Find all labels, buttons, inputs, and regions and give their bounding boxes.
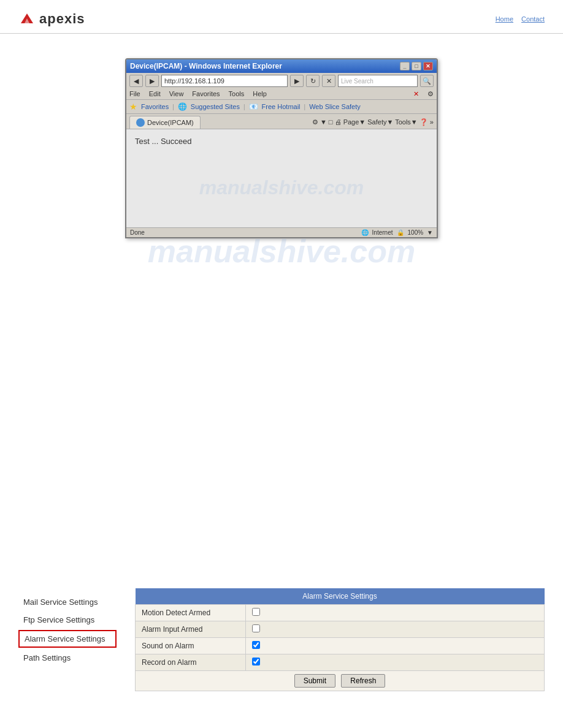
alarm-settings-table: Alarm Service Settings Motion Detect Arm… [135,588,545,691]
ie-menu-extra: ⚙ [427,90,434,98]
alarm-table-header: Alarm Service Settings [136,588,545,605]
home-link[interactable]: Home [496,15,513,23]
test-result-text: Test ... Succeed [135,137,192,146]
ie-window-controls: _ □ ✕ [400,62,433,70]
ie-menubar: File Edit View Favorites Tools Help ✕ ⚙ [126,89,437,100]
ie-statusbar: Done 🌐 Internet 🔒 100% ▼ [126,227,437,237]
ie-content-area: Test ... Succeed manualshive.com [126,129,437,227]
ie-menu-edit[interactable]: Edit [149,90,161,98]
ie-addressbar: ◀ ▶ http://192.168.1.109 ▶ ↻ ✕ Live Sear… [126,73,437,89]
contact-link[interactable]: Contact [521,15,545,23]
ie-go-button[interactable]: ▶ [290,75,304,87]
submit-button[interactable]: Submit [294,674,335,688]
ie-maximize-button[interactable]: □ [412,62,421,70]
ie-zoom-text: 100% [408,229,424,236]
toolbar-sep3: | [304,104,306,110]
ie-zone-text: Internet [372,229,393,236]
table-row: Alarm Input Armed [136,621,545,638]
ie-tabbar: Device(IPCAM) ⚙ ▼ □ 🖨 Page▼ Safety▼ Tool… [126,114,437,129]
ie-zoom-expand: ▼ [427,229,433,236]
sidebar-item-path[interactable]: Path Settings [18,650,117,665]
sidebar-navigation: Mail Service Settings Ftp Service Settin… [18,588,117,668]
logo: apexis [18,11,85,27]
ie-watermark: manualshive.com [199,176,364,199]
ie-search-button[interactable]: 🔍 [420,75,434,87]
suggested-sites-icon: 🌐 [178,102,187,111]
free-hotmail-label[interactable]: Free Hotmail [262,103,301,110]
ie-close-button[interactable]: ✕ [423,62,433,70]
table-row: Sound on Alarm [136,638,545,654]
ie-menu-view[interactable]: View [169,90,184,98]
ie-forward-button[interactable]: ▶ [145,75,159,87]
ie-tab-extras: ⚙ ▼ □ 🖨 Page▼ Safety▼ Tools▼ ❓ » [312,118,434,129]
bottom-section: Mail Service Settings Ftp Service Settin… [0,588,563,691]
toolbar-sep1: | [172,104,174,110]
sidebar-item-alarm[interactable]: Alarm Service Settings [18,630,117,648]
ie-minimize-button[interactable]: _ [400,62,410,70]
favorites-label[interactable]: Favorites [141,103,169,110]
ie-address-input[interactable]: http://192.168.1.109 [161,75,288,87]
motion-detect-label: Motion Detect Armed [136,605,246,621]
logo-text: apexis [39,11,85,27]
apexis-logo-icon [18,12,36,26]
ie-menu-file[interactable]: File [129,90,140,98]
table-buttons-row: Submit Refresh [136,671,545,691]
sound-on-alarm-label: Sound on Alarm [136,638,246,654]
sound-on-alarm-checkbox[interactable] [252,641,260,649]
ie-tab-icon [136,118,145,127]
ie-titlebar: Device(IPCAM) - Windows Internet Explore… [126,59,437,73]
buttons-cell: Submit Refresh [136,671,545,691]
table-row: Motion Detect Armed [136,605,545,621]
header: apexis Home Contact [0,0,563,34]
sidebar-item-mail[interactable]: Mail Service Settings [18,594,117,610]
ie-title: Device(IPCAM) - Windows Internet Explore… [130,62,282,70]
sound-on-alarm-cell [246,638,545,654]
ie-status-right: 🌐 Internet 🔒 100% ▼ [361,229,433,236]
ie-menu-tools[interactable]: Tools [229,90,245,98]
ie-lock-icon: 🔒 [397,229,404,236]
record-on-alarm-cell [246,654,545,671]
ie-menu-help[interactable]: Help [253,90,267,98]
web-slice-label[interactable]: Web Slice Safety [309,103,361,110]
ie-stop-button[interactable]: ✕ [322,75,335,87]
ie-tab-label: Device(IPCAM) [147,119,194,126]
alarm-input-checkbox[interactable] [252,624,260,632]
ie-status-icon: 🌐 [361,229,369,236]
record-on-alarm-checkbox[interactable] [252,658,260,665]
refresh-button[interactable]: Refresh [341,674,385,688]
favorites-star-icon: ★ [129,102,137,112]
sidebar-item-ftp[interactable]: Ftp Service Settings [18,612,117,628]
alarm-input-label: Alarm Input Armed [136,621,246,638]
record-on-alarm-label: Record on Alarm [136,654,246,671]
motion-detect-checkbox[interactable] [252,608,260,616]
ie-favorites-toolbar: ★ Favorites | 🌐 Suggested Sites | 📧 Free… [126,100,437,114]
alarm-input-cell [246,621,545,638]
suggested-sites-label[interactable]: Suggested Sites [191,103,240,110]
toolbar-sep2: | [243,104,245,110]
motion-detect-cell [246,605,545,621]
ie-menu-favorites[interactable]: Favorites [192,90,220,98]
ie-back-button[interactable]: ◀ [129,75,143,87]
free-hotmail-icon: 📧 [249,102,258,111]
ie-tab-device[interactable]: Device(IPCAM) [129,116,201,129]
ie-search-input[interactable]: Live Search [338,75,418,87]
main-content: Device(IPCAM) - Windows Internet Explore… [0,34,563,263]
ie-refresh-button[interactable]: ↻ [306,75,320,87]
ie-status-text: Done [130,229,145,236]
ie-menu-x: ✕ [413,90,419,98]
ie-browser-window: Device(IPCAM) - Windows Internet Explore… [125,58,438,238]
table-row: Record on Alarm [136,654,545,671]
header-links: Home Contact [489,15,545,23]
